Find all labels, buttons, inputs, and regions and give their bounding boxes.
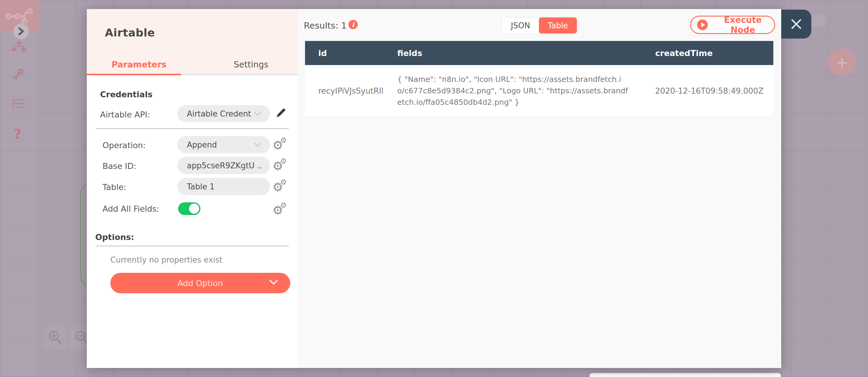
section-divider — [96, 128, 289, 129]
gear-icon-small: ⚙ — [280, 137, 287, 144]
sidebar-item-executions[interactable] — [12, 99, 25, 110]
credential-value: Airtable Credentia ... — [187, 109, 251, 118]
table-gear-button[interactable]: ⚙ ⚙ — [273, 179, 290, 195]
n8n-logo-icon — [5, 8, 33, 24]
bottom-popup-edge — [589, 373, 781, 377]
base-id-gear-button[interactable]: ⚙ ⚙ — [273, 158, 290, 174]
question-mark-icon: ? — [14, 127, 22, 142]
info-icon[interactable]: i — [348, 20, 358, 29]
gear-icon-small: ⚙ — [280, 178, 287, 186]
tab-parameters[interactable]: Parameters — [112, 60, 157, 70]
node-header: Airtable Parameters Settings — [87, 9, 298, 75]
chevron-down-icon — [254, 111, 261, 116]
cell-fields: { "Name": "n8n.io", "Icon URL": "https:/… — [397, 74, 655, 108]
options-empty-text: Currently no properties exist — [110, 255, 222, 264]
view-toggle: JSON Table — [502, 18, 577, 33]
results-table-header: id fields createdTime — [305, 41, 773, 65]
execute-node-button[interactable]: Execute Node — [690, 16, 775, 34]
credentials-heading: Credentials — [100, 90, 153, 99]
param-label-operation: Operation: — [102, 141, 146, 150]
zoom-in-button[interactable] — [43, 326, 67, 349]
parameters-body: Credentials Airtable API: Airtable Crede… — [87, 75, 298, 368]
add-option-button[interactable]: Add Option — [110, 273, 290, 293]
column-header-id: id — [305, 48, 397, 58]
sitemap-icon — [12, 41, 26, 51]
column-header-fields: fields — [397, 48, 655, 58]
param-label-base-id: Base ID: — [102, 161, 136, 171]
add-option-label: Add Option — [178, 278, 223, 288]
add-all-fields-toggle[interactable] — [178, 202, 200, 215]
options-heading: Options: — [95, 233, 134, 242]
parameters-panel: Airtable Parameters Settings Credentials… — [87, 9, 298, 368]
key-icon — [12, 69, 24, 80]
add-all-fields-gear-button[interactable]: ⚙ ⚙ — [273, 202, 290, 218]
sidebar-item-help[interactable]: ? — [14, 127, 22, 142]
gear-icon-small: ⚙ — [280, 158, 287, 165]
zoom-in-icon — [48, 330, 63, 345]
table-row: recyIPiVJsSyutRIl { "Name": "n8n.io", "I… — [305, 65, 773, 117]
credential-select[interactable]: Airtable Credentia ... — [177, 105, 270, 122]
view-toggle-table[interactable]: Table — [539, 18, 577, 33]
table-value: Table 1 — [187, 182, 261, 191]
table-input[interactable]: Table 1 — [177, 178, 270, 195]
n8n-app-window: ? — [0, 0, 868, 377]
add-node-button[interactable]: + — [828, 48, 856, 76]
pencil-icon — [276, 108, 286, 118]
results-panel: Results: 1 i JSON Table Execute Node id … — [298, 9, 781, 368]
operation-select[interactable]: Append — [177, 136, 270, 153]
operation-gear-button[interactable]: ⚙ ⚙ — [273, 137, 290, 153]
param-label-add-all-fields: Add All Fields: — [102, 204, 159, 213]
cell-createdtime: 2020-12-16T09:58:49.000Z — [655, 87, 773, 96]
credential-label: Airtable API: — [100, 110, 150, 119]
checklist-icon — [12, 99, 25, 108]
sidebar: ? — [0, 0, 38, 377]
plus-icon: + — [835, 55, 849, 70]
results-count: Results: 1 — [304, 21, 347, 31]
operation-value: Append — [187, 140, 251, 149]
node-details-modal: Airtable Parameters Settings Credentials… — [87, 9, 781, 368]
chevron-down-icon — [254, 142, 261, 147]
view-toggle-json[interactable]: JSON — [502, 18, 539, 33]
column-header-createdtime: createdTime — [655, 48, 773, 58]
chevron-down-icon — [269, 279, 278, 285]
close-icon — [789, 18, 803, 31]
results-table: id fields createdTime recyIPiVJsSyutRIl … — [305, 41, 773, 117]
sidebar-item-workflows[interactable] — [12, 41, 26, 53]
base-id-value: app5cseR9ZKgtU ... — [187, 161, 261, 170]
sidebar-expand-button[interactable] — [13, 24, 29, 39]
sidebar-item-credentials[interactable] — [12, 69, 24, 81]
header-pill — [809, 14, 826, 27]
play-circle-icon — [697, 19, 708, 30]
param-label-table: Table: — [102, 182, 126, 192]
edit-credential-button[interactable] — [274, 107, 287, 120]
execute-node-label: Execute Node — [712, 15, 774, 35]
info-icon-glyph: i — [352, 21, 354, 29]
close-modal-button[interactable] — [781, 10, 811, 39]
options-divider — [96, 246, 289, 246]
cell-id: recyIPiVJsSyutRIl — [305, 87, 397, 96]
chevron-right-icon — [18, 27, 24, 35]
base-id-input[interactable]: app5cseR9ZKgtU ... — [177, 157, 270, 174]
toggle-knob — [189, 204, 199, 214]
tab-settings[interactable]: Settings — [228, 60, 274, 70]
node-title: Airtable — [105, 27, 155, 39]
gear-icon-small: ⚙ — [280, 202, 287, 209]
